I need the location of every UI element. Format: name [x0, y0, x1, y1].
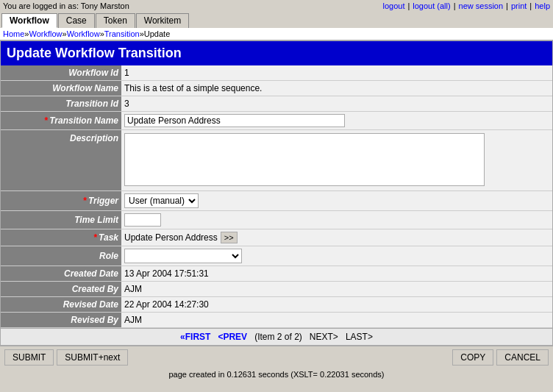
breadcrumb-workflow1[interactable]: Workflow — [29, 29, 62, 38]
tab-case[interactable]: Case — [58, 13, 95, 28]
time-limit-input[interactable] — [124, 213, 161, 227]
task-cell: Update Person Address >> — [121, 229, 552, 246]
logout-link[interactable]: logout — [382, 1, 404, 10]
tab-token[interactable]: Token — [96, 13, 135, 28]
transition-name-row: *Transition Name — [1, 112, 552, 130]
tab-workflow[interactable]: Workflow — [1, 13, 57, 28]
trigger-row: *Trigger User (manual) Automatic Message — [1, 191, 552, 211]
description-cell — [121, 130, 552, 191]
revised-by-label: Revised By — [1, 313, 121, 328]
task-row: *Task Update Person Address >> — [1, 229, 552, 246]
copy-button[interactable]: COPY — [452, 349, 493, 366]
breadcrumb-current: Update — [144, 29, 170, 38]
workflow-name-label: Workflow Name — [1, 81, 121, 96]
workflow-name-row: Workflow Name This is a test of a simple… — [1, 81, 552, 96]
time-limit-row: Time Limit — [1, 211, 552, 229]
task-value: Update Person Address — [124, 232, 218, 243]
last-link[interactable]: LAST> — [346, 332, 373, 342]
created-by-row: Created By AJM — [1, 282, 552, 297]
time-limit-cell — [121, 211, 552, 229]
transition-name-label: *Transition Name — [1, 112, 121, 130]
main-content: Update Workflow Transition Workflow Id 1… — [0, 40, 553, 346]
first-link[interactable]: «FIRST — [180, 332, 210, 342]
task-link-button[interactable]: >> — [221, 232, 238, 243]
role-select[interactable] — [124, 249, 242, 263]
tab-workitem[interactable]: Workitem — [136, 13, 189, 28]
tab-bar: Workflow Case Token Workitem — [0, 12, 553, 28]
created-date-value: 13 Apr 2004 17:51:31 — [121, 266, 552, 282]
transition-id-value: 3 — [121, 96, 552, 112]
created-by-label: Created By — [1, 282, 121, 297]
top-bar-links: logout | logout (all) | new session | pr… — [382, 1, 550, 10]
breadcrumb-workflow2[interactable]: Workflow — [67, 29, 100, 38]
cancel-button[interactable]: CANCEL — [496, 349, 549, 366]
created-date-row: Created Date 13 Apr 2004 17:51:31 — [1, 266, 552, 282]
help-link[interactable]: help — [535, 1, 550, 10]
breadcrumb-transition[interactable]: Transition — [104, 29, 140, 38]
revised-date-row: Revised Date 22 Apr 2004 14:27:30 — [1, 297, 552, 313]
revised-by-row: Revised By AJM — [1, 313, 552, 328]
trigger-select[interactable]: User (manual) Automatic Message — [124, 193, 199, 208]
description-input[interactable] — [124, 133, 485, 186]
description-row: Description — [1, 130, 552, 191]
form-table: Workflow Id 1 Workflow Name This is a te… — [1, 65, 552, 328]
revised-by-value: AJM — [121, 313, 552, 328]
nav-bar: «FIRST <PREV (Item 2 of 2) NEXT> LAST> — [1, 328, 552, 346]
workflow-id-row: Workflow Id 1 — [1, 65, 552, 81]
description-container — [124, 133, 549, 188]
description-label: Description — [1, 130, 121, 191]
breadcrumb: Home»Workflow»Workflow»Transition»Update — [0, 28, 553, 40]
task-label: *Task — [1, 229, 121, 246]
next-link[interactable]: NEXT> — [310, 332, 338, 342]
required-star-task: * — [93, 232, 97, 243]
submit-button[interactable]: SUBMIT — [4, 349, 54, 366]
transition-name-input[interactable] — [124, 114, 345, 127]
created-date-label: Created Date — [1, 266, 121, 282]
print-link[interactable]: print — [511, 1, 527, 10]
transition-id-label: Transition Id — [1, 96, 121, 112]
submit-next-button[interactable]: SUBMIT+next — [57, 349, 128, 366]
role-row: Role — [1, 246, 552, 266]
role-label: Role — [1, 246, 121, 266]
trigger-cell: User (manual) Automatic Message — [121, 191, 552, 211]
trigger-label: *Trigger — [1, 191, 121, 211]
transition-id-row: Transition Id 3 — [1, 96, 552, 112]
created-by-value: AJM — [121, 282, 552, 297]
logout-all-link[interactable]: logout (all) — [413, 1, 450, 10]
required-star-transition: * — [45, 115, 49, 126]
item-count: (Item 2 of 2) — [254, 332, 302, 342]
role-cell — [121, 246, 552, 266]
top-bar: You are logged in as: Tony Marston logou… — [0, 0, 553, 12]
footer-buttons: SUBMIT SUBMIT+next COPY CANCEL — [0, 346, 553, 368]
workflow-name-value: This is a test of a simple sequence. — [121, 81, 552, 96]
revised-date-label: Revised Date — [1, 297, 121, 313]
breadcrumb-home[interactable]: Home — [3, 29, 24, 38]
time-limit-label: Time Limit — [1, 211, 121, 229]
task-row-inner: Update Person Address >> — [124, 232, 549, 243]
transition-name-cell — [121, 112, 552, 130]
workflow-id-label: Workflow Id — [1, 65, 121, 81]
page-title: Update Workflow Transition — [1, 41, 552, 65]
required-star-trigger: * — [83, 196, 87, 206]
prev-link[interactable]: <PREV — [218, 332, 247, 342]
user-info: You are logged in as: Tony Marston — [3, 1, 129, 10]
workflow-id-value: 1 — [121, 65, 552, 81]
revised-date-value: 22 Apr 2004 14:27:30 — [121, 297, 552, 313]
new-session-link[interactable]: new session — [459, 1, 504, 10]
status-bar: page created in 0.12631 seconds (XSLT= 0… — [0, 368, 553, 380]
